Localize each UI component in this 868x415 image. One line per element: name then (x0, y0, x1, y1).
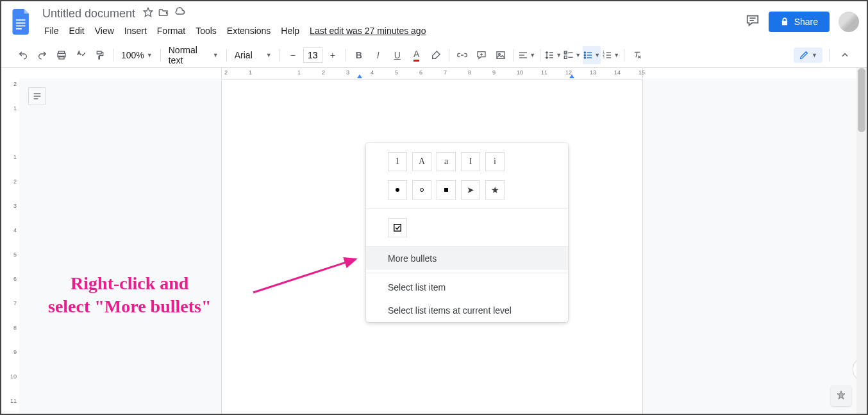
docs-logo[interactable] (9, 9, 35, 35)
clear-formatting-button[interactable] (628, 46, 646, 64)
svg-rect-2 (16, 25, 26, 26)
comments-icon[interactable] (746, 13, 760, 30)
svg-point-23 (585, 57, 586, 58)
indent-marker-left[interactable] (357, 74, 362, 78)
star-icon[interactable] (143, 7, 153, 20)
user-avatar[interactable] (839, 12, 859, 32)
insert-link-button[interactable] (453, 46, 471, 64)
menu-format[interactable]: Format (153, 23, 190, 38)
underline-button[interactable]: U (388, 46, 406, 64)
numbered-list-button[interactable]: 123▼ (602, 46, 620, 64)
checklist-button[interactable]: ▼ (563, 46, 581, 64)
svg-point-21 (585, 55, 586, 56)
title-area: Untitled document File Edit View Insert … (40, 6, 746, 38)
align-button[interactable]: ▼ (518, 46, 536, 64)
bullet-option-I[interactable]: I (461, 152, 480, 171)
list-item[interactable] (355, 155, 359, 169)
menubar: File Edit View Insert Format Tools Exten… (40, 23, 746, 38)
menu-more-bullets[interactable]: More bullets (366, 247, 568, 270)
font-select[interactable]: Arial▼ (231, 50, 276, 60)
highlight-button[interactable] (427, 46, 445, 64)
redo-button[interactable] (33, 46, 51, 64)
svg-rect-34 (394, 224, 401, 232)
bullet-list (355, 142, 359, 209)
vertical-ruler: 2 1 1 2 3 4 5 6 7 8 9 10 11 (1, 68, 19, 414)
menu-insert[interactable]: Insert (120, 23, 151, 38)
font-decrease-button[interactable]: − (284, 46, 302, 64)
bullet-option-arrow[interactable]: ➤ (461, 180, 480, 199)
bullet-option-star[interactable]: ★ (485, 180, 505, 199)
toolbar: 100%▼ Normal text▼ Arial▼ − + B I U A ▼ … (1, 42, 867, 68)
menu-select-list-item[interactable]: Select list item (366, 276, 568, 299)
list-item[interactable] (355, 142, 359, 155)
bold-button[interactable]: B (350, 46, 368, 64)
editing-mode-button[interactable]: ▼ (794, 47, 822, 63)
bulleted-list-button[interactable]: ▼ (583, 46, 601, 64)
line-spacing-button[interactable]: ▼ (544, 46, 562, 64)
outline-button[interactable] (28, 87, 46, 105)
menu-file[interactable]: File (40, 23, 63, 38)
style-select[interactable]: Normal text▼ (165, 45, 222, 65)
annotation-arrow (250, 254, 365, 299)
svg-rect-10 (497, 51, 505, 58)
svg-point-19 (585, 52, 586, 53)
cloud-icon[interactable] (174, 6, 185, 21)
context-menu: 1 A a I i ➤ ★ (366, 143, 568, 322)
menu-edit[interactable]: Edit (65, 23, 89, 38)
list-item[interactable] (355, 182, 359, 196)
svg-line-35 (253, 259, 356, 292)
text-color-button[interactable]: A (408, 46, 426, 64)
menu-view[interactable]: View (90, 23, 119, 38)
paint-format-button[interactable] (91, 46, 109, 64)
document-page[interactable]: 1 A a I i ➤ ★ (221, 80, 643, 414)
insert-image-button[interactable] (492, 46, 510, 64)
move-icon[interactable] (158, 7, 169, 20)
svg-rect-3 (16, 28, 22, 30)
spellcheck-button[interactable] (72, 46, 90, 64)
svg-marker-4 (144, 8, 152, 16)
app-header: Untitled document File Edit View Insert … (1, 1, 867, 42)
collapse-button[interactable] (836, 46, 854, 64)
lock-icon (780, 17, 789, 26)
explore-button[interactable] (831, 385, 851, 406)
font-increase-button[interactable]: + (324, 46, 342, 64)
bullet-option-a[interactable]: a (437, 152, 456, 171)
bullet-option-A[interactable]: A (412, 152, 431, 171)
annotation-text: Right-click and select "More bullets" (48, 272, 212, 319)
pencil-icon (799, 50, 809, 60)
italic-button[interactable]: I (369, 46, 387, 64)
svg-rect-1 (16, 22, 26, 24)
bullet-option-disc[interactable] (388, 180, 407, 199)
font-size-input[interactable] (303, 47, 322, 63)
list-item[interactable] (355, 196, 359, 209)
workspace: 2 1 1 2 3 4 5 6 7 8 9 10 11 2 1 1 2 3 4 … (1, 68, 867, 414)
bullet-option-checkbox[interactable] (388, 218, 407, 237)
svg-rect-0 (16, 19, 26, 21)
horizontal-ruler: 2 1 1 2 3 4 5 6 7 8 9 10 11 12 13 14 15 (19, 68, 867, 78)
main-area: 2 1 1 2 3 4 5 6 7 8 9 10 11 12 13 14 15 (19, 68, 867, 414)
menu-help[interactable]: Help (276, 23, 304, 38)
zoom-select[interactable]: 100%▼ (117, 50, 156, 60)
bullet-option-square[interactable] (437, 180, 456, 199)
menu-select-level[interactable]: Select list items at current level (366, 299, 568, 322)
bullet-option-1[interactable]: 1 (388, 152, 407, 171)
scrollbar-thumb[interactable] (858, 68, 865, 132)
last-edit-link[interactable]: Last edit was 27 minutes ago (305, 23, 430, 38)
print-button[interactable] (53, 46, 71, 64)
add-comment-button[interactable] (472, 46, 490, 64)
document-title[interactable]: Untitled document (40, 6, 138, 22)
menu-tools[interactable]: Tools (191, 23, 221, 38)
undo-button[interactable] (14, 46, 32, 64)
svg-text:3: 3 (603, 56, 605, 59)
vertical-scrollbar[interactable] (856, 68, 867, 414)
indent-marker-right[interactable] (569, 74, 574, 78)
menu-extensions[interactable]: Extensions (222, 23, 275, 38)
svg-rect-17 (565, 56, 567, 58)
bullet-option-i[interactable]: i (485, 152, 505, 171)
share-label: Share (794, 17, 818, 27)
list-item[interactable] (355, 169, 359, 182)
bullet-option-circle[interactable] (412, 180, 431, 199)
share-button[interactable]: Share (769, 12, 830, 32)
